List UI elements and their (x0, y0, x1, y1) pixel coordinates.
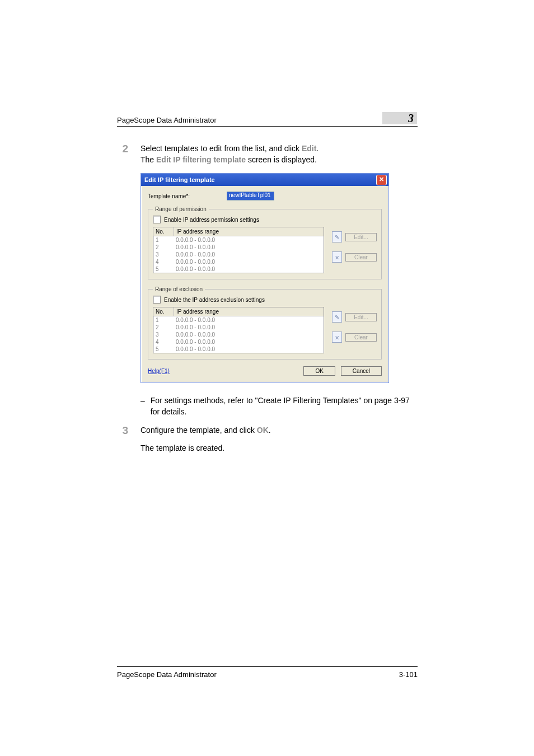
exclusion-side-buttons: ✎ Edit... ⨯ Clear (332, 307, 377, 343)
step-3: 3 Configure the template, and click OK. … (117, 425, 418, 454)
permission-inner: No. IP address range 10.0.0.0 - 0.0.0.0 … (153, 227, 377, 273)
exclusion-clear-button[interactable]: Clear (345, 333, 377, 342)
footer-title: PageScope Data Administrator (117, 670, 217, 679)
exclusion-list-header: No. IP address range (153, 307, 324, 316)
dialog-window: Edit IP filtering template ✕ Template na… (140, 173, 389, 383)
page-number: 3-101 (399, 670, 418, 679)
col-no: No. (153, 307, 174, 316)
template-name-label: Template name*: (148, 193, 190, 199)
running-header: PageScope Data Administrator 3 (117, 112, 417, 124)
clear-icon[interactable]: ⨯ (332, 332, 342, 343)
list-item: 30.0.0.0 - 0.0.0.0 (153, 331, 324, 338)
permission-listbox[interactable]: No. IP address range 10.0.0.0 - 0.0.0.0 … (153, 227, 324, 273)
step2-text-c: The (140, 155, 156, 164)
step3-text-b: . (269, 426, 271, 435)
footer-rule (117, 666, 418, 667)
exclusion-enable-row: Enable the IP address exclusion settings (153, 296, 377, 304)
header-rule (117, 126, 418, 127)
step-body: Configure the template, and click OK. Th… (140, 425, 418, 454)
dialog-title: Edit IP filtering template (144, 176, 376, 183)
screen-name: Edit IP filtering template (156, 155, 246, 164)
col-range: IP address range (174, 307, 324, 316)
dialog-body: Template name*: newIPtableTpl01 Range of… (141, 186, 388, 382)
permission-clear-row: ⨯ Clear (332, 251, 377, 263)
list-item: 30.0.0.0 - 0.0.0.0 (153, 251, 324, 258)
step-number: 3 (117, 425, 128, 454)
exclusion-edit-button[interactable]: Edit... (345, 313, 377, 321)
permission-edit-row: ✎ Edit... (332, 231, 377, 242)
dialog-footer: Help(F1) OK Cancel (148, 366, 382, 376)
col-range: IP address range (174, 227, 324, 236)
step2-text-a: Select templates to edit from the list, … (140, 144, 302, 153)
step3-text-c: The template is created. (140, 443, 418, 454)
header-title: PageScope Data Administrator (117, 116, 217, 124)
edit-label: Edit (302, 144, 316, 153)
list-item: 10.0.0.0 - 0.0.0.0 (153, 236, 324, 244)
permission-fieldset: Range of permission Enable IP address pe… (148, 206, 382, 279)
permission-legend: Range of permission (153, 206, 209, 212)
page: PageScope Data Administrator 3 2 Select … (0, 0, 534, 756)
exclusion-enable-checkbox[interactable] (153, 296, 161, 304)
ok-button[interactable]: OK (303, 366, 335, 376)
edit-icon[interactable]: ✎ (332, 231, 342, 242)
list-item: 50.0.0.0 - 0.0.0.0 (153, 265, 324, 273)
dialog-screenshot: Edit IP filtering template ✕ Template na… (140, 173, 388, 383)
chapter-tab: 3 (382, 112, 417, 124)
col-no: No. (153, 227, 174, 236)
template-name-row: Template name*: newIPtableTpl01 (148, 192, 382, 200)
content: 2 Select templates to edit from the list… (117, 143, 418, 462)
help-link[interactable]: Help(F1) (148, 368, 170, 374)
ok-label: OK (257, 426, 269, 435)
exclusion-enable-label: Enable the IP address exclusion settings (164, 297, 265, 303)
permission-list-header: No. IP address range (153, 227, 324, 236)
exclusion-fieldset: Range of exclusion Enable the IP address… (148, 286, 382, 360)
permission-clear-button[interactable]: Clear (345, 253, 377, 262)
note-body: – For settings methods, refer to "Create… (140, 395, 418, 417)
exclusion-inner: No. IP address range 10.0.0.0 - 0.0.0.0 … (153, 307, 377, 353)
note-text: For settings methods, refer to "Create I… (151, 395, 418, 417)
note-indent (117, 395, 128, 417)
template-name-field[interactable]: newIPtableTpl01 (227, 192, 274, 200)
step-2: 2 Select templates to edit from the list… (117, 143, 418, 165)
exclusion-listbox[interactable]: No. IP address range 10.0.0.0 - 0.0.0.0 … (153, 307, 324, 353)
running-footer: PageScope Data Administrator 3-101 (117, 666, 418, 679)
exclusion-clear-row: ⨯ Clear (332, 332, 377, 343)
list-item: 20.0.0.0 - 0.0.0.0 (153, 244, 324, 251)
close-icon[interactable]: ✕ (376, 175, 387, 185)
step2-text-b: . (316, 144, 318, 153)
list-item: 50.0.0.0 - 0.0.0.0 (153, 346, 324, 353)
list-item: 20.0.0.0 - 0.0.0.0 (153, 324, 324, 331)
exclusion-edit-row: ✎ Edit... (332, 311, 377, 323)
chapter-number: 3 (408, 112, 414, 125)
cancel-button[interactable]: Cancel (341, 366, 382, 376)
permission-enable-label: Enable IP address permission settings (164, 217, 259, 223)
edit-icon[interactable]: ✎ (332, 311, 342, 323)
footer-row: PageScope Data Administrator 3-101 (117, 670, 418, 679)
bullet-dash: – (140, 395, 145, 417)
exclusion-legend: Range of exclusion (153, 286, 205, 292)
list-item: 10.0.0.0 - 0.0.0.0 (153, 316, 324, 324)
step-body: Select templates to edit from the list, … (140, 143, 418, 165)
step3-text-a: Configure the template, and click (140, 426, 257, 435)
step-number: 2 (117, 143, 128, 165)
permission-edit-button[interactable]: Edit... (345, 233, 377, 241)
permission-side-buttons: ✎ Edit... ⨯ Clear (332, 227, 377, 263)
clear-icon[interactable]: ⨯ (332, 251, 342, 263)
permission-enable-checkbox[interactable] (153, 216, 161, 223)
step2-text-d: screen is displayed. (246, 155, 317, 164)
titlebar: Edit IP filtering template ✕ (141, 174, 388, 186)
permission-enable-row: Enable IP address permission settings (153, 216, 377, 223)
list-item: 40.0.0.0 - 0.0.0.0 (153, 258, 324, 265)
bullet-row: – For settings methods, refer to "Create… (140, 395, 418, 417)
list-item: 40.0.0.0 - 0.0.0.0 (153, 338, 324, 346)
step-2-note: – For settings methods, refer to "Create… (117, 395, 418, 417)
